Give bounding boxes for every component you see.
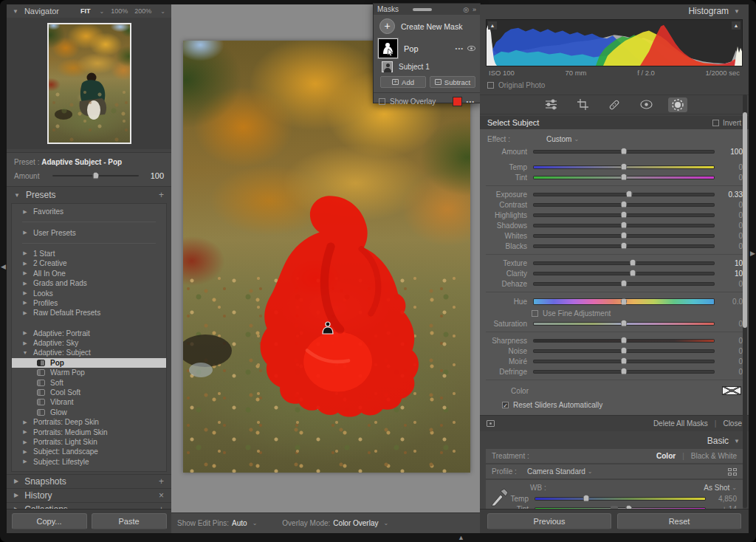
preset-group-subject-lifestyle[interactable]: ▶Subject: Lifestyle xyxy=(12,457,166,467)
expand-icon[interactable]: ▶ xyxy=(22,330,28,336)
noise-slider-track[interactable] xyxy=(534,350,714,352)
moire-slider-track[interactable] xyxy=(534,360,714,363)
close-masks-button[interactable]: Close xyxy=(723,419,742,428)
zoom-caret-icon[interactable]: ⌄ xyxy=(160,8,165,15)
clarity-slider-track[interactable] xyxy=(534,272,714,275)
drag-handle[interactable] xyxy=(413,8,432,11)
preset-item-pop[interactable]: Pop xyxy=(12,358,166,368)
scrollbar-thumb[interactable] xyxy=(743,112,747,328)
shadow-clipping-icon[interactable]: ▲ xyxy=(488,21,497,30)
collapse-icon[interactable]: ▼ xyxy=(22,350,28,355)
presets-add-icon[interactable]: + xyxy=(159,190,164,200)
preset-group-adaptive-portrait[interactable]: ▶Adaptive: Portrait xyxy=(12,329,166,338)
treatment-bw-button[interactable]: Black & White xyxy=(691,452,737,460)
wb-caret-icon[interactable]: ⌄ xyxy=(732,484,737,491)
history-clear-icon[interactable]: × xyxy=(159,490,164,501)
histogram-collapse-icon[interactable]: ▼ xyxy=(734,8,740,15)
mask-component-row[interactable]: Subject 1 xyxy=(382,61,475,72)
create-new-mask-row[interactable]: + Create New Mask xyxy=(374,15,480,37)
add-button[interactable]: + Add xyxy=(380,76,426,88)
navigator-collapse-icon[interactable]: ▼ xyxy=(13,8,18,15)
contrast-slider-track[interactable] xyxy=(534,204,714,206)
preset-item-vibrant[interactable]: Vibrant xyxy=(12,397,166,407)
red-eye-tool-icon[interactable] xyxy=(636,97,656,112)
preset-group-looks[interactable]: ▶Looks xyxy=(12,288,166,298)
bottom-panel-edge-toggle[interactable]: ▲ xyxy=(458,534,464,541)
expand-icon[interactable]: ▶ xyxy=(22,439,28,445)
saturation-slider-track[interactable] xyxy=(534,323,714,325)
expand-icon[interactable]: ▶ xyxy=(22,290,28,296)
reset-button[interactable]: Reset xyxy=(617,513,741,529)
expand-icon[interactable]: ▶ xyxy=(22,340,28,346)
mask-item[interactable]: Pop ••• Subject 1 + Add – Subtract xyxy=(378,38,475,88)
histogram-header[interactable]: Histogram ▼ xyxy=(480,4,749,18)
profile-caret-icon[interactable]: ⌄ xyxy=(588,468,593,475)
masking-tool-icon[interactable] xyxy=(668,97,687,112)
fine-adjustment-checkbox[interactable] xyxy=(532,310,538,317)
hue-slider-track[interactable] xyxy=(534,299,714,304)
histogram-chart[interactable]: ▲ ▲ xyxy=(486,19,743,66)
original-photo-checkbox[interactable] xyxy=(487,82,494,89)
overlay-more-icon[interactable]: ••• xyxy=(467,98,475,105)
navigator-preview[interactable] xyxy=(47,23,131,144)
expand-icon[interactable]: ▶ xyxy=(22,261,28,267)
preset-group-raw-defaults[interactable]: ▶Raw Default Presets xyxy=(12,308,166,318)
tint-slider-track[interactable] xyxy=(534,176,714,179)
preset-group-portraits-deep[interactable]: ▶Portraits: Deep Skin xyxy=(12,417,166,427)
effect-caret-icon[interactable]: ⌄ xyxy=(574,136,579,143)
texture-slider-track[interactable] xyxy=(534,262,714,264)
right-panel-edge-toggle[interactable]: ▶ xyxy=(750,250,755,257)
temp-slider-track[interactable] xyxy=(534,166,714,168)
expand-icon[interactable]: ▶ xyxy=(22,281,28,287)
masks-dock-icon[interactable]: » xyxy=(472,6,476,13)
expand-icon[interactable]: ▶ xyxy=(22,429,28,435)
show-overlay-checkbox[interactable] xyxy=(379,98,385,105)
expand-icon[interactable]: ▶ xyxy=(22,250,28,256)
expand-icon[interactable]: ▶ xyxy=(22,459,28,464)
left-panel-edge-toggle[interactable]: ◀ xyxy=(1,263,6,270)
overlay-mode-select[interactable]: Color Overlay xyxy=(333,519,378,527)
healing-tool-icon[interactable] xyxy=(605,97,624,112)
preset-group-adaptive-sky[interactable]: ▶Adaptive: Sky xyxy=(12,338,166,348)
preset-group-favorites[interactable]: ▶Favorites xyxy=(12,207,166,216)
effect-select[interactable]: Custom xyxy=(546,135,571,143)
subtract-button[interactable]: – Subtract xyxy=(430,76,475,88)
mask-panel-toggle-icon[interactable] xyxy=(487,420,495,427)
mask-more-icon[interactable]: ••• xyxy=(456,45,464,52)
overlay-color-swatch[interactable] xyxy=(453,97,462,106)
expand-icon[interactable]: ▶ xyxy=(22,449,28,455)
previous-button[interactable]: Previous xyxy=(487,513,611,529)
preset-group-profiles[interactable]: ▶Profiles xyxy=(12,298,166,308)
zoom-200-button[interactable]: 200% xyxy=(134,7,151,15)
edit-pins-select[interactable]: Auto xyxy=(232,519,247,527)
highlights-slider-track[interactable] xyxy=(534,214,714,216)
expand-icon[interactable]: ▶ xyxy=(14,492,18,498)
right-panel-scrollbar[interactable] xyxy=(743,95,747,508)
paste-button[interactable]: Paste xyxy=(92,513,167,529)
presets-panel-header[interactable]: ▼ Presets + xyxy=(7,188,171,202)
mask-color-swatch[interactable] xyxy=(722,386,741,395)
highlight-clipping-icon[interactable]: ▲ xyxy=(732,21,740,30)
preset-group-portraits-medium[interactable]: ▶Portraits: Medium Skin xyxy=(12,427,166,436)
preset-group-2-creative[interactable]: ▶2 Creative xyxy=(12,258,166,268)
basic-collapse-icon[interactable]: ▼ xyxy=(734,438,740,445)
reset-sliders-checkbox[interactable]: ✓ xyxy=(502,402,509,408)
defringe-slider-track[interactable] xyxy=(534,371,714,373)
preset-group-user-presets[interactable]: ▶User Presets xyxy=(12,227,166,237)
invert-checkbox[interactable] xyxy=(712,120,719,126)
expand-icon[interactable]: ▶ xyxy=(22,310,28,316)
mask-visibility-icon[interactable] xyxy=(467,46,475,51)
basic-header[interactable]: Basic ▼ xyxy=(480,434,749,447)
expand-icon[interactable]: ▶ xyxy=(22,419,28,425)
edit-sliders-tool-icon[interactable] xyxy=(541,97,560,112)
overlay-mode-caret-icon[interactable]: ⌄ xyxy=(384,520,389,526)
crop-tool-icon[interactable] xyxy=(573,97,592,112)
presets-collapse-icon[interactable]: ▼ xyxy=(14,192,20,199)
shadows-slider-track[interactable] xyxy=(534,224,714,227)
wb-temp-slider-track[interactable] xyxy=(535,498,705,500)
edit-pins-caret-icon[interactable]: ⌄ xyxy=(252,520,258,526)
wb-eyedropper-icon[interactable] xyxy=(490,484,508,507)
masks-panel-header[interactable]: Masks ◎ » xyxy=(374,4,480,15)
history-header[interactable]: ▶History × xyxy=(7,488,171,502)
preset-group-all-in-one[interactable]: ▶All In One xyxy=(12,269,166,278)
